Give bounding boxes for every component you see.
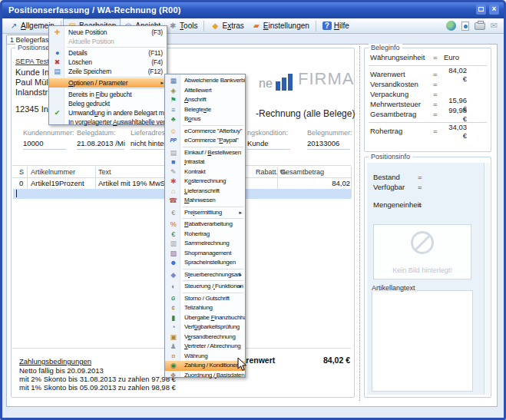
column-header-artikelnummer[interactable]: Artikelnummer: [31, 168, 96, 176]
menu-item-shopmanagement[interactable]: ▨Shopmanagement: [165, 249, 245, 259]
beleginfo-value: 84,02 €: [444, 66, 487, 83]
delete-icon: ✖: [51, 58, 63, 67]
menu-item-steuerberechnungsart[interactable]: ◆Steuerberechnungsart►: [165, 270, 245, 280]
menu-item-einkauf-bestellwesen[interactable]: ▤Einkauf / Bestellwesen: [165, 148, 245, 158]
menu-item-steuerung-funktionen[interactable]: ◐Steuerung / Funktionen►: [165, 282, 245, 292]
menu-item-optionen-parameter[interactable]: Optionen / Parameter►: [49, 78, 167, 88]
menubar-item-einstellungen[interactable]: ▰Einstellungen: [248, 19, 313, 33]
submenu-arrow-icon: ►: [238, 270, 243, 280]
menu-item-zuordnung-basisdaten[interactable]: ❖Zuordnung / Basisdaten: [165, 371, 245, 381]
beleginfo-row-gesamtbetrag: Gesamtbetrag=99,98 €: [364, 109, 491, 119]
no-image-icon: [411, 231, 434, 254]
menu-item-abweichende-bankverbindung[interactable]: ▦Abweichende Bankverbindung: [165, 76, 245, 86]
positionsinfo-row-bestand: Bestand=: [367, 172, 482, 182]
menu-item-bonus[interactable]: ♣Bonus: [165, 114, 245, 124]
company-logo: FIRMA: [298, 69, 354, 89]
menu-item-lieferanschrift[interactable]: ⌂Lieferanschrift: [165, 187, 245, 197]
intrastat-icon: ■: [167, 157, 179, 167]
menu-item-intrastat[interactable]: ■Intrastat: [165, 157, 245, 167]
menu-item-label: Sammelrechnung: [184, 240, 230, 246]
field-value-ngskondition[interactable]: Kunde: [247, 139, 268, 147]
menu-item-spracheinstellungen[interactable]: ☻Spracheinstellungen: [165, 258, 245, 268]
beleginfo-label: Rohertrag: [370, 127, 433, 135]
positionsinfo-scrollbar[interactable]: [484, 163, 490, 395]
menu-item-label: eCommerce "Paypal": [184, 137, 239, 144]
menu-item-beleg-gedruckt[interactable]: Beleg gedruckt: [49, 99, 167, 108]
menu-item-verf-gbarkeitspr-fung[interactable]: ◔Verfügbarkeitsprüfung: [165, 322, 245, 332]
menu-item-details[interactable]: ●Details(F11): [49, 48, 167, 58]
document-globe-icon[interactable]: [461, 21, 469, 31]
kontrakt-icon: ✎: [167, 167, 179, 177]
cell-gesamtbetrag[interactable]: 84,02: [306, 179, 350, 187]
menu-item-zeile-speichern[interactable]: ▤Zeile Speichern(F12): [49, 67, 167, 76]
menu-item-belegtexte[interactable]: ≡Belegtexte: [165, 105, 245, 115]
menu-item-mahnwesen[interactable]: ☎Mahnwesen: [165, 196, 245, 206]
beleginfo-value: 99,98 €: [444, 106, 487, 123]
document-type-heading: -Rechnung (alle Belege): [256, 108, 355, 119]
customer-address-line: Paul Mül: [15, 78, 48, 87]
menu-item-teilzahlung[interactable]: ¢Teilzahlung: [165, 303, 245, 313]
menu-item-bereits-in-fibu-gebucht[interactable]: Bereits in Fibu gebucht: [49, 90, 167, 99]
menu-item-label: Umwandlung in andere Belegart möglich: [68, 109, 167, 117]
menu-item-versandberechnung[interactable]: ▣Versandberechnung: [165, 332, 245, 342]
menu-item-umwandlung-in-andere-belegart-m-glich[interactable]: ✔Umwandlung in andere Belegart möglich: [49, 108, 167, 117]
print-icon[interactable]: [475, 22, 485, 30]
belegtexte-icon: ≡: [167, 105, 179, 114]
menu-item-vertreter-abrechnung[interactable]: ♟Vertreter / Abrechnung: [165, 342, 245, 352]
beleginfo-label: Währungseinheit: [370, 53, 433, 61]
menu-item-sammelrechnung[interactable]: ▥Sammelrechnung: [165, 239, 245, 249]
menu-item-w-hrung[interactable]: ¤Währung: [165, 352, 245, 362]
menu-item-preisermittlung[interactable]: €Preisermittlung►: [165, 208, 245, 218]
cell-artikelnummer[interactable]: Artikel19Prozent: [31, 179, 96, 187]
edit-menu: ✚Neue Position(F3)Aktuelle Position●Deta…: [48, 25, 167, 125]
bank-icon: ▦: [167, 76, 179, 85]
totals-value: 84,02 €: [306, 356, 350, 365]
field-value-kundennummer[interactable]: 10000: [23, 139, 43, 147]
menu-separator: [183, 293, 243, 293]
menu-item-zahlung-konditionen[interactable]: ◉Zahlung / Konditionen: [165, 361, 245, 371]
anschrift-flag-icon: ⚑: [167, 95, 179, 104]
new-position-icon: ✚: [51, 28, 63, 37]
menu-item-label: Rabattverarbeitung: [184, 220, 233, 227]
menubar-item-hilfe[interactable]: ?Hilfe: [319, 19, 353, 33]
menu-item-label: Aktuelle Position: [68, 38, 114, 45]
field-value-belegdatum[interactable]: 21.08.2013 /Mi: [77, 139, 125, 147]
menu-item-rabattverarbeitung[interactable]: %Rabattverarbeitung: [165, 220, 245, 230]
langtext-field[interactable]: [372, 290, 473, 392]
menu-item-kontrakt[interactable]: ✎Kontrakt: [165, 167, 245, 177]
altteilewert-icon: ◈: [167, 86, 179, 95]
beleginfo-row-warenwert: Warenwert=84,02 €: [364, 69, 491, 79]
field-value-belegnummer[interactable]: 20133006: [307, 139, 339, 147]
menu-item-ecommerce-afterbuy[interactable]: ☺eCommerce "Afterbuy": [165, 127, 245, 137]
beleginfo-label: Versandkosten: [370, 80, 433, 88]
menu-separator: [183, 269, 243, 270]
sammelrechnung-icon: ▥: [167, 239, 179, 248]
menu-item-l-schen[interactable]: ✖Löschen(F4): [49, 58, 167, 67]
positionsinfo-label: Bestand: [373, 173, 418, 181]
mail-icon[interactable]: ✉: [491, 21, 498, 31]
menu-item-altteilewert[interactable]: ◈Altteilewert: [165, 86, 245, 96]
field-underline: [77, 149, 124, 150]
zahlung-icon: ◉: [167, 361, 179, 370]
payment-terms-line: Netto fällig bis 20.09.2013: [19, 366, 104, 375]
restore-button[interactable]: [476, 5, 486, 15]
menu-item-rohertrag[interactable]: €Rohertrag: [165, 230, 245, 240]
uebergabe-fibu-icon: ▮: [167, 313, 179, 322]
menu-item-ecommerce-paypal[interactable]: PPeCommerce "Paypal": [165, 136, 245, 146]
menubar-item-extras[interactable]: ◆Extras: [207, 19, 247, 33]
sync-globe-icon[interactable]: [446, 21, 456, 31]
column-header-s[interactable]: S: [19, 168, 27, 176]
cell-s[interactable]: 0: [19, 179, 27, 187]
window-title: Positionserfassung / WA-Rechnung (R00): [8, 5, 181, 15]
column-header-gesamtbetrag[interactable]: Gesamtbetrag: [280, 168, 349, 176]
menu-item-kostenrechnung[interactable]: ✱Kostenrechnung: [165, 177, 245, 187]
menu-item-in-vorgelagerter-auswahltabelle-verbergen[interactable]: In vorgelagerter Auswahltabelle verberge…: [49, 117, 167, 127]
close-button[interactable]: ×: [489, 5, 499, 15]
beleginfo-row-rohertrag: Rohertrag=34,03 €: [364, 126, 491, 136]
menu-item-bergabe-finanzbuchhaltung[interactable]: ▮Übergabe Finanzbuchhaltung: [165, 313, 245, 323]
menu-item-neue-position[interactable]: ✚Neue Position(F3): [49, 28, 167, 37]
menu-item-storno-gutschrift[interactable]: GStorno / Gutschrift: [165, 294, 245, 304]
menu-item-anschrift[interactable]: ⚑Anschrift: [165, 95, 245, 105]
menu-item-label: Übergabe Finanzbuchhaltung: [184, 314, 245, 321]
menubar-item-tools[interactable]: ✱Tools: [164, 19, 201, 33]
